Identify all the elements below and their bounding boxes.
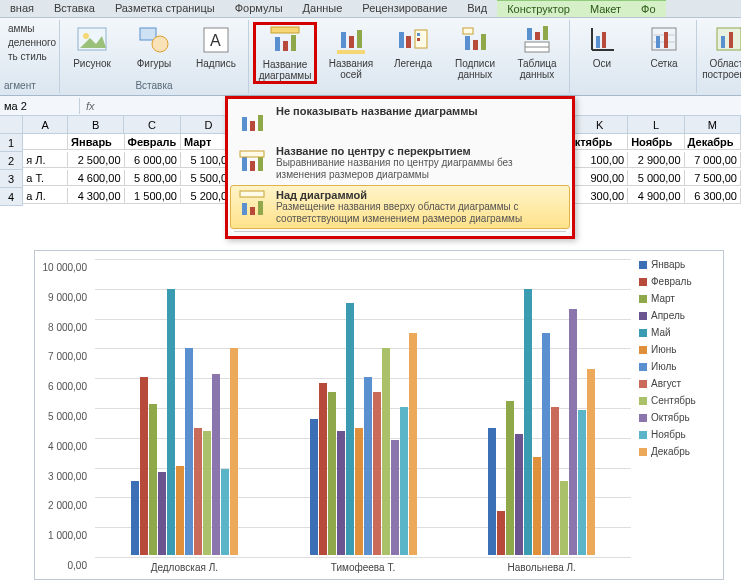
- chart-title-button[interactable]: Название диаграммы: [253, 22, 317, 84]
- tab-data[interactable]: Данные: [293, 0, 353, 17]
- legend-item[interactable]: Июнь: [639, 344, 719, 355]
- cell[interactable]: Ноябрь: [628, 134, 684, 150]
- row-header[interactable]: 2: [0, 152, 23, 170]
- legend-button[interactable]: Легенда: [385, 22, 441, 84]
- chart-bar[interactable]: [400, 407, 408, 555]
- cell[interactable]: 6 300,00: [685, 188, 741, 204]
- plot-area-button[interactable]: Область построения: [701, 22, 741, 82]
- chart-bar[interactable]: [524, 289, 532, 555]
- chart-bar[interactable]: [176, 466, 184, 555]
- chart-bar[interactable]: [203, 431, 211, 555]
- legend-item[interactable]: Октябрь: [639, 412, 719, 423]
- row-header[interactable]: 4: [0, 188, 23, 206]
- fx-icon[interactable]: fx: [80, 100, 101, 112]
- cell[interactable]: 100,00: [572, 152, 628, 168]
- chart-bar[interactable]: [506, 401, 514, 555]
- chart-bar[interactable]: [355, 428, 363, 555]
- legend-item[interactable]: Март: [639, 293, 719, 304]
- legend-item[interactable]: Сентябрь: [639, 395, 719, 406]
- cell[interactable]: ктябрь: [572, 134, 628, 150]
- tab-review[interactable]: Рецензирование: [352, 0, 457, 17]
- chart-bar[interactable]: [328, 392, 336, 555]
- chart-bar[interactable]: [578, 410, 586, 555]
- row-header[interactable]: 3: [0, 170, 23, 188]
- legend-item[interactable]: Май: [639, 327, 719, 338]
- cell[interactable]: а Т.: [23, 170, 68, 186]
- cell[interactable]: я Л.: [23, 152, 68, 168]
- cell[interactable]: Январь: [68, 134, 124, 150]
- legend-item[interactable]: Апрель: [639, 310, 719, 321]
- gridlines-button[interactable]: Сетка: [636, 22, 692, 71]
- textbox-button[interactable]: A Надпись: [188, 22, 244, 71]
- cell[interactable]: 900,00: [572, 170, 628, 186]
- chart-bar[interactable]: [364, 377, 372, 555]
- axis-titles-button[interactable]: Названия осей: [323, 22, 379, 84]
- cell[interactable]: а Л.: [23, 188, 68, 204]
- chart-bar[interactable]: [551, 407, 559, 555]
- chart-bar[interactable]: [488, 428, 496, 555]
- legend-item[interactable]: Январь: [639, 259, 719, 270]
- legend-item[interactable]: Август: [639, 378, 719, 389]
- row-header-1[interactable]: 1: [0, 134, 23, 152]
- axes-button[interactable]: Оси: [574, 22, 630, 71]
- cell[interactable]: 4 900,00: [628, 188, 684, 204]
- col-header-L[interactable]: L: [628, 116, 684, 134]
- col-header-M[interactable]: M: [685, 116, 741, 134]
- chart-bar[interactable]: [337, 431, 345, 555]
- col-header-K[interactable]: K: [572, 116, 628, 134]
- legend-item[interactable]: Декабрь: [639, 446, 719, 457]
- cell[interactable]: 6 000,00: [125, 152, 181, 168]
- chart-bar[interactable]: [310, 419, 318, 555]
- chart-bar[interactable]: [346, 303, 354, 555]
- chart-bar[interactable]: [194, 428, 202, 555]
- cell[interactable]: 5 000,00: [628, 170, 684, 186]
- col-header-B[interactable]: B: [68, 116, 124, 134]
- dd-option-overlay[interactable]: Название по центру с перекрытиемВыравнив…: [230, 141, 570, 185]
- legend-item[interactable]: Ноябрь: [639, 429, 719, 440]
- chart-bar[interactable]: [560, 481, 568, 555]
- cell[interactable]: Декабрь: [685, 134, 741, 150]
- tab-format[interactable]: Фо: [631, 0, 665, 17]
- chart-bar[interactable]: [158, 472, 166, 555]
- legend-item[interactable]: Июль: [639, 361, 719, 372]
- tab-design[interactable]: Конструктор: [497, 0, 580, 17]
- chart-bar[interactable]: [515, 434, 523, 555]
- fragment-item-1[interactable]: аммы: [4, 22, 60, 35]
- chart-bar[interactable]: [569, 309, 577, 555]
- chart-bar[interactable]: [542, 333, 550, 555]
- tab-layout[interactable]: Макет: [580, 0, 631, 17]
- cell[interactable]: 5 800,00: [125, 170, 181, 186]
- cell[interactable]: 1 500,00: [125, 188, 181, 204]
- legend-item[interactable]: Февраль: [639, 276, 719, 287]
- cell[interactable]: Февраль: [125, 134, 181, 150]
- tab-insert[interactable]: Вставка: [44, 0, 105, 17]
- chart-object[interactable]: 0,001 000,002 000,003 000,004 000,005 00…: [34, 250, 724, 580]
- tab-formulas[interactable]: Формулы: [225, 0, 293, 17]
- shapes-button[interactable]: Фигуры: [126, 22, 182, 71]
- dd-option-none[interactable]: Не показывать название диаграммы: [230, 101, 570, 141]
- chart-bar[interactable]: [319, 383, 327, 555]
- chart-bar[interactable]: [221, 469, 229, 555]
- chart-bar[interactable]: [587, 369, 595, 555]
- cell[interactable]: 2 900,00: [628, 152, 684, 168]
- chart-bar[interactable]: [391, 440, 399, 555]
- data-table-button[interactable]: Таблица данных: [509, 22, 565, 84]
- dd-option-above[interactable]: Над диаграммойРазмещение названия вверху…: [230, 185, 570, 229]
- cell[interactable]: 7 500,00: [685, 170, 741, 186]
- chart-bar[interactable]: [185, 348, 193, 555]
- chart-bar[interactable]: [373, 392, 381, 555]
- chart-bar[interactable]: [382, 348, 390, 555]
- chart-bar[interactable]: [212, 374, 220, 555]
- chart-bar[interactable]: [409, 333, 417, 555]
- chart-bar[interactable]: [167, 289, 175, 555]
- col-header-C[interactable]: C: [124, 116, 180, 134]
- fragment-item-2[interactable]: деленного: [4, 36, 60, 49]
- cell[interactable]: 4 600,00: [68, 170, 124, 186]
- cell[interactable]: [23, 134, 68, 150]
- chart-bar[interactable]: [533, 457, 541, 555]
- col-header-A[interactable]: A: [23, 116, 68, 134]
- chart-bar[interactable]: [140, 377, 148, 555]
- picture-button[interactable]: Рисунок: [64, 22, 120, 71]
- cell[interactable]: 7 000,00: [685, 152, 741, 168]
- cell[interactable]: 4 300,00: [68, 188, 124, 204]
